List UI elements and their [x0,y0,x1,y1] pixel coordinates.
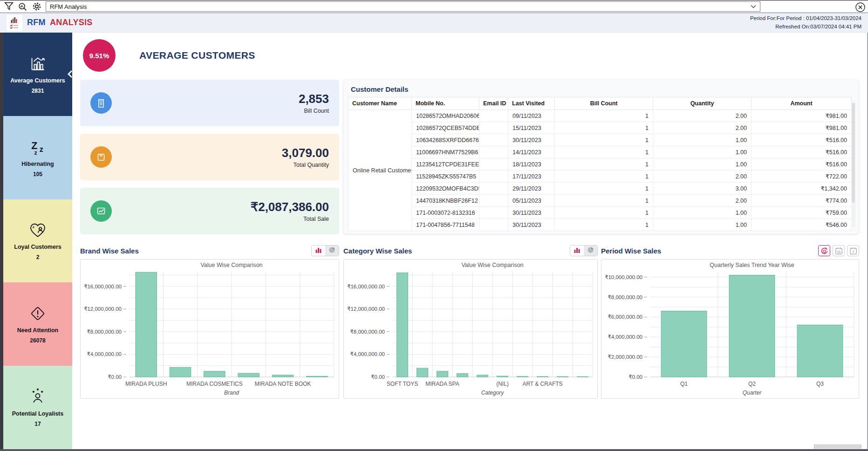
chart-section-header: Brand Wise Sales [80,245,339,257]
sidebar-item-potential-loyalists[interactable]: Potential Loyalists17 [3,366,72,449]
chart-type-toggle [570,245,598,256]
cell-last-visited: 17/11/2023 [508,171,555,183]
customer-details-title: Customer Details [351,85,855,93]
kpi-text: 2,853Bill Count [299,92,339,114]
sidebar-item-count: 2 [36,254,40,260]
cell-quantity: 1.00 [653,207,752,219]
cell-amount: ₹759.00 [752,207,852,219]
cell-email [479,146,508,158]
pie-chart-toggle[interactable] [325,246,339,256]
bar-q1 [661,311,707,377]
chart-section-title: Brand Wise Sales [80,247,139,255]
sidebar-item-hibernating[interactable]: ZzzHibernating105 [3,116,72,199]
cell-quantity: 1.00 [653,146,752,158]
kpi-label: Total Sale [251,216,329,222]
svg-text:₹12,000,000.00: ₹12,000,000.00 [84,306,122,312]
table-row: 171-0003072-813231630/11/202311.00₹759.0… [349,207,852,219]
bar-chart-icon [315,247,322,255]
cell-email [479,195,508,207]
kpi-card-bill-count: 2,853Bill Count [80,80,339,126]
weekly-toggle[interactable]: 7 [847,245,859,256]
category-wise-sales-chart: Value Wise Comparison₹0.00₹4,000,000.00₹… [344,260,597,398]
bar-mirada-spa [437,371,448,377]
sidebar-item-label: Average Customers [10,77,65,84]
sidebar-item-count: 17 [34,421,41,427]
close-icon[interactable] [854,1,866,13]
kpi-card-total-sale: ₹2,087,386.00Total Sale [80,188,339,234]
chart-section-brand-wise-sales: Brand Wise SalesValue Wise Comparison₹0.… [80,245,339,399]
bar-chart-arrow-icon [28,55,48,73]
bar-5 [307,376,328,377]
column-header-bill-count[interactable]: Bill Count [555,97,653,110]
svg-text:Category: Category [481,390,505,396]
column-header-email-id[interactable]: Email ID [479,97,508,110]
cell-amount: ₹516.00 [752,134,852,146]
package-icon [90,146,112,168]
customer-details-card: Customer Details Customer NameMobile No.… [343,80,859,234]
chart-section-category-wise-sales: Category Wise SalesValue Wise Comparison… [343,245,598,399]
column-header-customer-name[interactable]: Customer Name [349,97,412,110]
svg-text:MIRADA NOTE BOOK: MIRADA NOTE BOOK [255,381,311,387]
column-header-quantity[interactable]: Quantity [653,97,752,110]
cell-quantity: 2.00 [653,171,752,183]
sidebar-item-label: Hibernating [21,161,54,168]
cell-bill-count: 1 [555,219,653,231]
cell-last-visited: 09/11/2023 [508,110,555,122]
cell-last-visited: 30/11/2023 [508,207,555,219]
bar-chart-toggle[interactable] [570,246,584,256]
sidebar-item-count: 26078 [30,337,45,344]
column-header-amount[interactable]: Amount [752,97,852,110]
filter-icon[interactable] [2,1,15,12]
cell-email [479,122,508,134]
sidebar-item-average-customers[interactable]: Average Customers2831 [3,33,72,116]
cell-quantity: 1.00 [653,134,752,146]
svg-text:Q1: Q1 [680,381,688,387]
bar-1 [170,367,191,377]
svg-text:z: z [34,150,37,156]
cell-last-visited: 18/11/2023 [508,158,555,171]
cell-email [479,183,508,195]
window-titlebar: RFM Analysis [0,0,868,13]
pie-chart-toggle[interactable] [584,246,597,256]
cell-quantity: 2.00 [653,110,752,122]
settings-icon[interactable] [30,1,43,12]
sidebar-item-need-attention[interactable]: Need Attention26078 [3,282,72,366]
bar-chart-toggle[interactable] [312,246,325,256]
svg-text:₹4,000,000.00: ₹4,000,000.00 [350,351,385,357]
table-scrollbar[interactable] [851,102,855,227]
bar-q2 [729,275,775,377]
table-row: 11235412TCPDE31FEE18/11/202311.00₹516.00 [349,158,852,171]
column-header-last-visited[interactable]: Last Visited [508,97,555,110]
cell-bill-count: 1 [555,134,653,146]
bar-3 [457,374,468,377]
cell-mobile: 11528945ZKS55747B5 [412,171,479,183]
table-scrollbar-thumb[interactable] [852,103,855,203]
cell-email [479,158,508,171]
cell-mobile: 10286572QCEB574DDE [412,122,479,134]
horizontal-scrollbar-thumb[interactable] [814,444,861,449]
svg-text:₹6,000,000.00: ₹6,000,000.00 [608,314,642,320]
segment-percent-value: 9.51% [89,52,109,60]
cell-mobile: 10286572OMHAD20606 [412,110,479,122]
cell-mobile: 171-0003072-8132316 [412,207,479,219]
sidebar-item-loyal-customers[interactable]: Loyal Customers2 [3,199,72,283]
cell-last-visited: 15/11/2023 [508,122,555,134]
calendar-icon: 31 [835,247,843,255]
receipt-icon [90,92,112,114]
table-row: 10286572QCEB574DDE15/11/202312.00₹981.00 [349,122,852,134]
svg-text:(NIL): (NIL) [496,381,509,387]
page-title: AVERAGE CUSTOMERS [139,50,255,61]
bar-mirada-note-book [272,375,293,377]
svg-text:₹16,000,000.00: ₹16,000,000.00 [84,284,122,289]
quarterly-toggle[interactable]: Q [818,245,830,256]
kpi-value: 2,853 [299,92,329,106]
cell-bill-count: 1 [555,122,653,134]
monthly-toggle[interactable]: 31 [833,245,845,256]
column-header-mobile-no[interactable]: Mobile No. [412,97,479,110]
chart-section-title: Category Wise Sales [343,247,412,255]
window-frame-left [0,33,3,449]
bar-soft-toys [396,273,408,377]
kpi-card-total-quantity: 3,079.00Total Quantity [80,134,339,180]
analyze-icon[interactable] [16,1,29,12]
report-selector-dropdown[interactable]: RFM Analysis [46,1,760,12]
